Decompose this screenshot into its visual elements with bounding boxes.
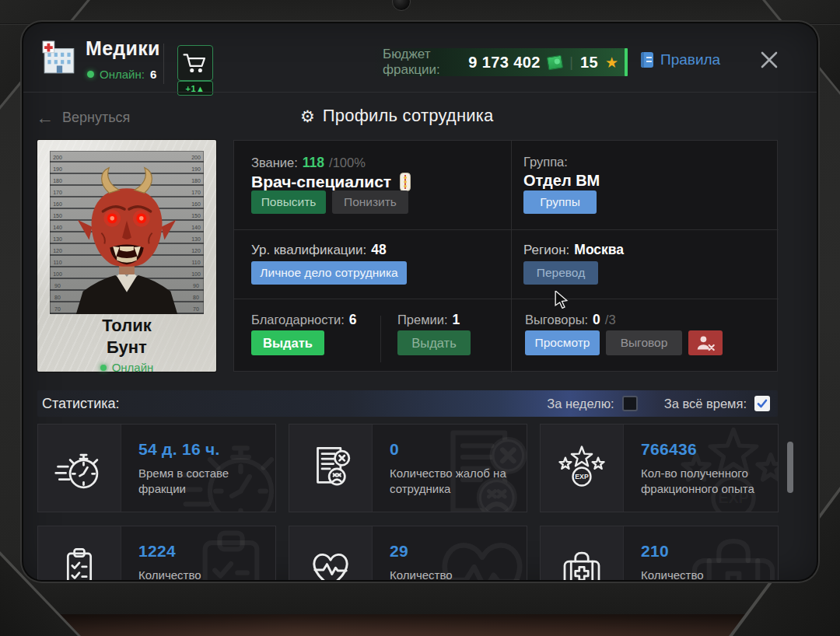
- epaulette-icon: [399, 172, 411, 192]
- group-value: Отдел ВМ: [523, 172, 600, 190]
- header-separator: [23, 92, 817, 93]
- medkit-icon: [541, 526, 624, 580]
- bonuses-label: Премии:: [397, 313, 448, 327]
- faction-hospital-icon: [40, 39, 78, 79]
- group-label: Группа:: [523, 155, 568, 169]
- issue-bonus-button[interactable]: Выдать: [397, 330, 471, 355]
- thanks-value: 6: [349, 312, 357, 328]
- week-checkbox[interactable]: [622, 396, 638, 411]
- stat-value: 766436: [641, 440, 778, 459]
- scrollbar-thumb[interactable]: [787, 442, 793, 493]
- employee-first-name: Толик: [37, 316, 216, 336]
- rules-button[interactable]: Правила: [641, 51, 720, 68]
- game-scene: Медики Онлайн: 6 +1▲ Бюджет фракции: 9 1…: [0, 0, 840, 636]
- statistics-filters: За неделю: За всё время:: [547, 396, 770, 411]
- stat-label: Количество жалоб на сотрудника: [390, 466, 523, 496]
- qualification-value: 48: [371, 242, 386, 258]
- region-label: Регион:: [523, 243, 569, 258]
- online-dot-icon: [100, 365, 107, 371]
- budget-label: Бюджет фракции:: [383, 47, 461, 78]
- groups-button[interactable]: Группы: [523, 190, 597, 214]
- stopwatch-icon: [38, 425, 121, 512]
- stat-value: 1224: [138, 542, 275, 561]
- bezel-screw: [392, 0, 411, 11]
- panel-divider: [234, 299, 779, 299]
- issue-reprimand-button[interactable]: Выговор: [606, 330, 682, 355]
- group-row: Группа:: [523, 155, 568, 169]
- rules-label: Правила: [660, 51, 720, 68]
- promote-button[interactable]: Повысить: [251, 190, 326, 214]
- reprimands-row: Выговоры: 0 /3: [525, 312, 616, 328]
- reprimands-label: Выговоры:: [525, 313, 588, 327]
- tablet-frame: Медики Онлайн: 6 +1▲ Бюджет фракции: 9 1…: [0, 0, 840, 614]
- online-dot-icon: [87, 71, 94, 78]
- panel-divider: [511, 141, 512, 372]
- rank-max: /100%: [329, 156, 366, 170]
- transfer-button[interactable]: Перевод: [523, 261, 598, 285]
- reprimands-value: 0: [593, 312, 600, 328]
- statistics-title: Статистика:: [42, 396, 120, 412]
- demote-button[interactable]: Понизить: [332, 190, 408, 214]
- view-reprimands-button[interactable]: Просмотр: [525, 330, 600, 355]
- faction-shop-button[interactable]: [177, 45, 213, 81]
- qualification-row: Ур. квалификации: 48: [251, 242, 387, 258]
- kick-employee-button[interactable]: [688, 330, 723, 355]
- back-label: Вернуться: [62, 110, 130, 126]
- rank-title: Врач-специалист: [251, 173, 391, 191]
- statistics-bar: Статистика: За неделю: За всё время:: [37, 390, 778, 417]
- panel-divider: [380, 316, 381, 362]
- online-label: Онлайн:: [100, 68, 145, 81]
- budget-separator: |: [569, 54, 573, 71]
- faction-name: Медики: [86, 37, 160, 60]
- online-status-label: Онлайн: [112, 361, 154, 374]
- cart-icon: [182, 51, 208, 75]
- qualification-label: Ур. квалификации:: [251, 243, 366, 258]
- online-count: 6: [150, 68, 156, 81]
- back-arrow-icon: ←: [36, 109, 54, 127]
- money-bill-icon: [547, 54, 564, 70]
- reprimands-max: /3: [605, 313, 616, 327]
- stat-value: 210: [641, 542, 778, 561]
- stat-label: Количество: [390, 568, 523, 580]
- region-value: Москва: [574, 242, 624, 258]
- back-button[interactable]: ← Вернуться: [36, 109, 130, 127]
- thanks-label: Благодарности:: [251, 313, 345, 327]
- mouse-cursor: [554, 291, 569, 309]
- stat-value: 29: [390, 542, 527, 561]
- stat-card-faction-exp: 766436 Кол-во полученного фракционного о…: [540, 424, 779, 512]
- complaints-icon: [289, 425, 373, 512]
- close-icon: [759, 50, 779, 70]
- faction-budget-bar: Бюджет фракции: 9 173 402 | 15 ★: [373, 48, 628, 76]
- stat-label: Время в составе фракции: [138, 466, 272, 496]
- stat-card-medkit: 210 Количество: [540, 526, 779, 580]
- cart-counter-badge: +1▲: [177, 81, 213, 96]
- dossier-button[interactable]: Личное дело сотрудника: [251, 261, 407, 285]
- employee-photo-card: 200190180170160150140130120110100908070 …: [37, 140, 216, 372]
- faction-online-status: Онлайн: 6: [87, 68, 156, 81]
- panel-divider: [234, 229, 779, 230]
- rulebook-icon: [641, 52, 653, 68]
- bonuses-value: 1: [453, 312, 460, 328]
- rank-row: Звание: 118 /100%: [251, 155, 366, 171]
- check-icon: [756, 397, 768, 410]
- close-button[interactable]: [758, 48, 781, 72]
- header-divider: [163, 44, 164, 84]
- stat-label: Кол-во полученного фракционного опыта: [641, 466, 775, 496]
- employee-last-name: Бунт: [37, 337, 216, 358]
- employee-mugshot: 200190180170160150140130120110100908070 …: [50, 151, 204, 314]
- rank-label: Звание:: [251, 156, 298, 170]
- star-icon: ★: [605, 55, 618, 70]
- budget-money-value: 9 173 402: [468, 54, 541, 72]
- faction-app-screen: Медики Онлайн: 6 +1▲ Бюджет фракции: 9 1…: [23, 23, 817, 580]
- stat-card-complaints: 0 Количество жалоб на сотрудника: [289, 424, 527, 512]
- issue-thanks-button[interactable]: Выдать: [251, 330, 324, 355]
- alltime-checkbox[interactable]: [754, 396, 770, 411]
- rank-value: 118: [303, 155, 324, 171]
- page-title: Профиль сотрудника: [323, 106, 494, 126]
- stat-label: Количество: [641, 568, 775, 580]
- stat-value: 54 д. 16 ч.: [138, 440, 275, 459]
- exp-stars-icon: [541, 425, 624, 512]
- stat-card-clipboard: 1224 Количество: [37, 526, 276, 580]
- week-filter-label: За неделю:: [547, 397, 614, 411]
- stat-card-heart: 29 Количество: [289, 526, 527, 580]
